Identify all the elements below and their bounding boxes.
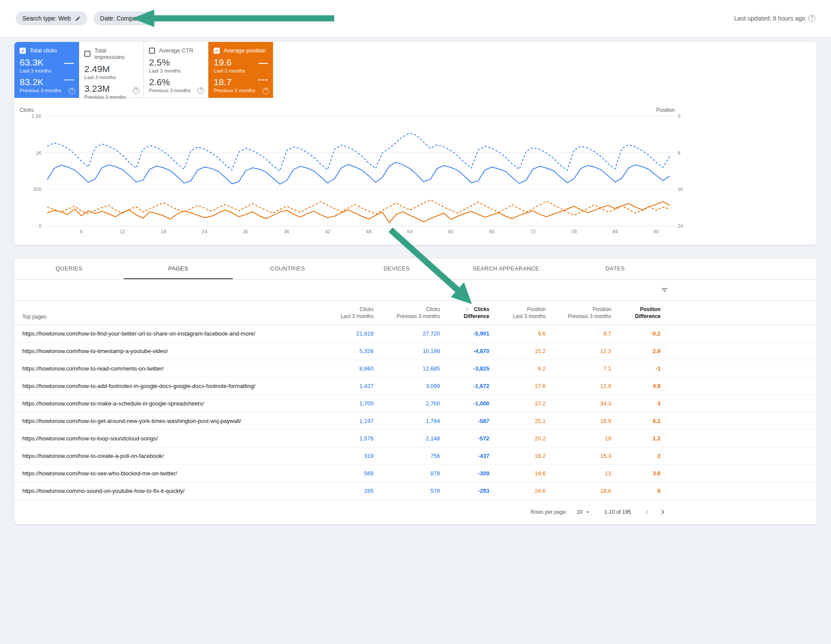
- page-url[interactable]: https://howtonow.com/how-to-see-who-bloc…: [14, 470, 307, 477]
- metric-cards: ✓Total clicks63.3KLast 3 months83.2KPrev…: [14, 42, 273, 98]
- position-difference-cell: -1: [611, 365, 661, 372]
- page-url[interactable]: https://howtonow.com/how-to-read-comment…: [14, 365, 307, 372]
- solid-line-indicator: [258, 63, 268, 64]
- position-previous-cell: 12.3: [546, 348, 611, 354]
- column-header-position-previous-3-months[interactable]: PositionPrevious 3 months: [546, 306, 611, 320]
- metric-value-current: 19.6: [214, 57, 268, 68]
- table-row[interactable]: https://howtonow.com/how-to-create-a-pol…: [14, 447, 817, 465]
- position-difference-cell: 3: [611, 400, 661, 407]
- page-url[interactable]: https://howtonow.com/no-sound-on-youtube…: [14, 488, 307, 494]
- svg-text:78: 78: [571, 229, 577, 234]
- clicks-previous-cell: 27,720: [374, 330, 440, 337]
- position-difference-cell: 4.9: [611, 383, 661, 389]
- column-header-top-pages[interactable]: Top pages: [14, 313, 307, 320]
- metric-checkbox[interactable]: [84, 51, 90, 57]
- table-row[interactable]: https://howtonow.com/how-to-get-around-n…: [14, 412, 817, 430]
- table-row[interactable]: https://howtonow.com/how-to-make-a-sched…: [14, 395, 817, 412]
- svg-text:16: 16: [678, 187, 683, 192]
- tab-queries[interactable]: QUERIES: [14, 259, 124, 279]
- metric-card-total-impressions[interactable]: Total impressions2.49MLast 3 months3.23M…: [79, 42, 144, 98]
- metric-card-total-clicks[interactable]: ✓Total clicks63.3KLast 3 months83.2KPrev…: [14, 42, 79, 98]
- position-last-cell: 16.6: [489, 470, 546, 477]
- filter-chips: Search type: Web Date: Compare: [16, 11, 158, 25]
- rows-per-page-label: Rows per page:: [530, 509, 567, 515]
- position-previous-cell: 34.3: [546, 400, 611, 407]
- clicks-last-cell: 1,197: [307, 418, 374, 424]
- help-icon[interactable]: ?: [133, 87, 139, 94]
- metric-period-current: Last 3 months: [20, 68, 74, 74]
- filter-icon[interactable]: [661, 286, 668, 296]
- table-row[interactable]: https://howtonow.com/how-to-see-who-bloc…: [14, 465, 817, 482]
- position-previous-cell: 7.1: [546, 365, 611, 372]
- svg-text:0: 0: [678, 114, 680, 119]
- metric-value-previous: 2.6%: [149, 77, 203, 87]
- tab-pages[interactable]: PAGES: [124, 259, 233, 279]
- performance-chart[interactable]: 1.5K01K850016024612182430364248546066727…: [14, 103, 817, 243]
- metric-card-average-position[interactable]: ✓Average position19.6Last 3 months18.7Pr…: [208, 42, 273, 98]
- rows-per-page-select[interactable]: 10: [577, 509, 591, 516]
- tab-search-appearance[interactable]: SEARCH APPEARANCE: [451, 259, 561, 279]
- svg-text:90: 90: [654, 229, 659, 234]
- clicks-previous-cell: 878: [374, 470, 440, 477]
- page-url[interactable]: https://howtonow.com/how-to-create-a-pol…: [14, 453, 307, 459]
- column-header-position-last-3-months[interactable]: PositionLast 3 months: [489, 306, 546, 320]
- rows-per-page-value: 10: [577, 509, 582, 515]
- page-url[interactable]: https://howtonow.com/how-to-loop-soundcl…: [14, 435, 307, 442]
- position-last-cell: 25.1: [489, 418, 546, 424]
- column-header-clicks-difference[interactable]: ↑ClicksDifference: [440, 306, 489, 320]
- tab-countries[interactable]: COUNTRIES: [233, 259, 342, 279]
- svg-text:12: 12: [120, 229, 125, 234]
- help-icon[interactable]: ?: [808, 15, 815, 22]
- table-row[interactable]: https://howtonow.com/how-to-loop-soundcl…: [14, 430, 817, 447]
- svg-text:30: 30: [243, 229, 248, 234]
- tab-bar-wrap: QUERIESPAGESCOUNTRIESDEVICESSEARCH APPEA…: [14, 259, 817, 280]
- metric-value-current: 2.5%: [149, 57, 203, 68]
- svg-text:0: 0: [39, 223, 42, 229]
- column-header-clicks-previous-3-months[interactable]: ClicksPrevious 3 months: [374, 306, 440, 320]
- help-icon[interactable]: ?: [69, 88, 75, 94]
- next-page-button[interactable]: [657, 506, 668, 518]
- page-url[interactable]: https://howtonow.com/how-to-add-footnote…: [14, 383, 307, 389]
- previous-page-button[interactable]: [641, 506, 653, 518]
- metric-checkbox[interactable]: ✓: [214, 48, 220, 54]
- metric-checkbox[interactable]: [149, 48, 155, 54]
- table-row[interactable]: https://howtonow.com/how-to-timestamp-a-…: [14, 343, 817, 360]
- table-row[interactable]: https://howtonow.com/how-to-find-your-tw…: [14, 325, 817, 343]
- position-last-cell: 15.2: [489, 348, 546, 354]
- column-header-clicks-last-3-months[interactable]: ClicksLast 3 months: [307, 306, 374, 320]
- clicks-last-cell: 285: [307, 488, 374, 494]
- page-url[interactable]: https://howtonow.com/how-to-timestamp-a-…: [14, 348, 307, 354]
- table-row[interactable]: https://howtonow.com/how-to-add-footnote…: [14, 377, 817, 395]
- clicks-difference-cell: -5,901: [440, 330, 489, 337]
- svg-text:6: 6: [80, 229, 83, 234]
- position-difference-cell: 1.2: [611, 435, 661, 442]
- metric-card-average-ctr[interactable]: Average CTR2.5%Last 3 months2.6%Previous…: [144, 42, 208, 98]
- help-icon[interactable]: ?: [197, 87, 204, 94]
- table-row[interactable]: https://howtonow.com/no-sound-on-youtube…: [14, 482, 817, 500]
- pagination-range: 1-10 of 195: [604, 509, 631, 515]
- column-header-position-difference[interactable]: PositionDifference: [611, 306, 661, 320]
- date-compare-chip[interactable]: Date: Compare: [93, 11, 158, 25]
- table-row[interactable]: https://howtonow.com/how-to-read-comment…: [14, 360, 817, 377]
- svg-text:8: 8: [678, 150, 680, 156]
- tab-devices[interactable]: DEVICES: [342, 259, 451, 279]
- chart-series-clicks-previous-3-months: [47, 133, 670, 171]
- tab-dates[interactable]: DATES: [561, 259, 670, 279]
- page-url[interactable]: https://howtonow.com/how-to-make-a-sched…: [14, 400, 307, 407]
- chart-series-clicks-last-3-months: [47, 162, 670, 184]
- dashed-line-indicator: [258, 80, 268, 80]
- page-url[interactable]: https://howtonow.com/how-to-get-around-n…: [14, 418, 307, 424]
- clicks-difference-cell: -3,825: [440, 365, 489, 372]
- search-type-chip[interactable]: Search type: Web: [16, 11, 87, 25]
- page-url[interactable]: https://howtonow.com/how-to-find-your-tw…: [14, 330, 307, 337]
- clicks-difference-cell: -1,672: [440, 383, 489, 389]
- report-table-card: QUERIESPAGESCOUNTRIESDEVICESSEARCH APPEA…: [14, 259, 817, 524]
- date-compare-chip-label: Date: Compare: [100, 15, 142, 22]
- metric-label: Average position: [224, 47, 266, 54]
- svg-text:24: 24: [678, 223, 683, 229]
- metric-checkbox[interactable]: ✓: [20, 48, 26, 54]
- clicks-last-cell: 1,576: [307, 435, 374, 442]
- metric-period-current: Last 3 months: [214, 68, 268, 74]
- help-icon[interactable]: ?: [263, 88, 269, 94]
- position-previous-cell: 19: [546, 435, 611, 442]
